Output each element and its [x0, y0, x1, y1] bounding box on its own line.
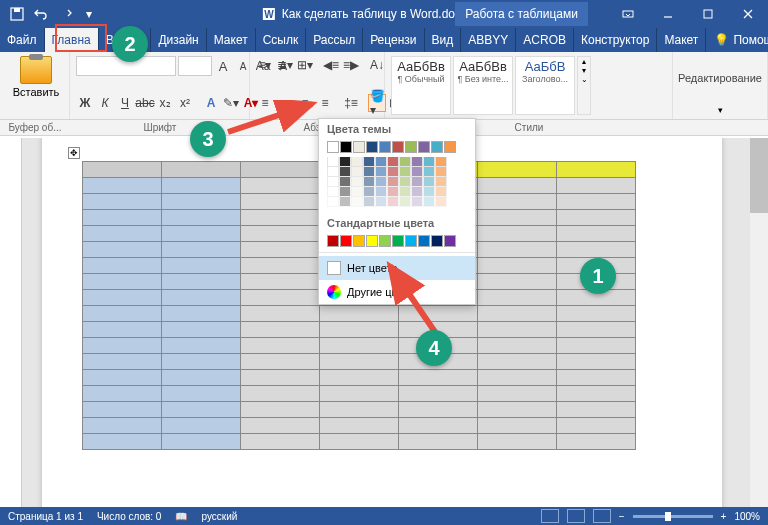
color-tint[interactable]: [375, 177, 387, 187]
page-indicator[interactable]: Страница 1 из 1: [8, 511, 83, 522]
table-cell[interactable]: [83, 210, 162, 226]
table-cell[interactable]: [320, 354, 399, 370]
color-swatch[interactable]: [353, 235, 365, 247]
color-swatch[interactable]: [366, 235, 378, 247]
table-cell[interactable]: [162, 226, 241, 242]
color-swatch[interactable]: [444, 235, 456, 247]
color-tint[interactable]: [435, 197, 447, 207]
color-swatch[interactable]: [379, 235, 391, 247]
color-tint[interactable]: [423, 187, 435, 197]
table-cell[interactable]: [83, 194, 162, 210]
color-swatch[interactable]: [379, 141, 391, 153]
web-layout-icon[interactable]: [593, 509, 611, 523]
color-tint[interactable]: [411, 187, 423, 197]
style-normal[interactable]: АаБбВв ¶ Обычный: [391, 56, 451, 115]
table-cell[interactable]: [478, 338, 557, 354]
table-cell[interactable]: [83, 178, 162, 194]
maximize-icon[interactable]: [688, 0, 728, 28]
text-effects-icon[interactable]: A: [202, 94, 220, 112]
color-tint[interactable]: [327, 187, 339, 197]
table-cell[interactable]: [241, 258, 320, 274]
table-cell[interactable]: [241, 162, 320, 178]
table-cell[interactable]: [83, 290, 162, 306]
table-cell[interactable]: [162, 210, 241, 226]
table-cell[interactable]: [241, 370, 320, 386]
color-tint[interactable]: [435, 177, 447, 187]
color-tint[interactable]: [327, 177, 339, 187]
color-tint[interactable]: [375, 187, 387, 197]
table-cell[interactable]: [83, 402, 162, 418]
table-cell[interactable]: [241, 290, 320, 306]
tab-view[interactable]: Вид: [425, 28, 462, 52]
color-tint[interactable]: [363, 157, 375, 167]
table-cell[interactable]: [399, 370, 478, 386]
table-cell[interactable]: [557, 178, 636, 194]
table-cell[interactable]: [557, 386, 636, 402]
ribbon-options-icon[interactable]: [608, 0, 648, 28]
line-spacing-icon[interactable]: ‡≡: [342, 94, 360, 112]
strikethrough-button[interactable]: abc: [136, 94, 154, 112]
editing-button[interactable]: Редактирование: [678, 72, 762, 84]
style-heading1[interactable]: АаБбВ Заголово...: [515, 56, 575, 115]
color-swatch[interactable]: [392, 141, 404, 153]
color-tint[interactable]: [399, 187, 411, 197]
color-tint[interactable]: [327, 197, 339, 207]
table-cell[interactable]: [320, 386, 399, 402]
table-cell[interactable]: [478, 418, 557, 434]
color-swatch[interactable]: [340, 235, 352, 247]
spell-check-icon[interactable]: 📖: [175, 511, 187, 522]
tab-acrobat[interactable]: ACROB: [516, 28, 574, 52]
table-cell[interactable]: [478, 386, 557, 402]
table-cell[interactable]: [162, 386, 241, 402]
table-cell[interactable]: [557, 194, 636, 210]
table-cell[interactable]: [557, 306, 636, 322]
font-size-select[interactable]: [178, 56, 212, 76]
table-move-handle[interactable]: ✥: [68, 147, 80, 159]
color-tint[interactable]: [399, 157, 411, 167]
table-cell[interactable]: [241, 354, 320, 370]
table-cell[interactable]: [320, 370, 399, 386]
color-tint[interactable]: [351, 197, 363, 207]
color-tint[interactable]: [423, 167, 435, 177]
table-cell[interactable]: [478, 290, 557, 306]
tab-review[interactable]: Рецензи: [363, 28, 424, 52]
language-indicator[interactable]: русский: [201, 511, 237, 522]
color-tint[interactable]: [399, 197, 411, 207]
color-tint[interactable]: [351, 187, 363, 197]
color-swatch[interactable]: [431, 235, 443, 247]
sort-icon[interactable]: A↓: [368, 56, 386, 74]
table-cell[interactable]: [478, 258, 557, 274]
qat-customize-icon[interactable]: ▾: [78, 3, 100, 25]
table-cell[interactable]: [478, 274, 557, 290]
color-tint[interactable]: [399, 167, 411, 177]
table-cell[interactable]: [557, 162, 636, 178]
color-tint[interactable]: [375, 197, 387, 207]
table-cell[interactable]: [162, 306, 241, 322]
table-cell[interactable]: [83, 434, 162, 450]
table-cell[interactable]: [162, 258, 241, 274]
table-cell[interactable]: [557, 226, 636, 242]
table-cell[interactable]: [399, 434, 478, 450]
table-cell[interactable]: [478, 226, 557, 242]
table-cell[interactable]: [83, 370, 162, 386]
color-tint[interactable]: [387, 187, 399, 197]
superscript-button[interactable]: x²: [176, 94, 194, 112]
color-tint[interactable]: [351, 157, 363, 167]
color-tint[interactable]: [411, 197, 423, 207]
color-tint[interactable]: [339, 167, 351, 177]
table-cell[interactable]: [478, 162, 557, 178]
underline-button[interactable]: Ч: [116, 94, 134, 112]
table-cell[interactable]: [241, 242, 320, 258]
table-cell[interactable]: [320, 418, 399, 434]
table-cell[interactable]: [83, 242, 162, 258]
table-cell[interactable]: [320, 434, 399, 450]
close-icon[interactable]: [728, 0, 768, 28]
table-cell[interactable]: [83, 258, 162, 274]
color-tint[interactable]: [363, 187, 375, 197]
table-cell[interactable]: [83, 306, 162, 322]
table-cell[interactable]: [478, 242, 557, 258]
color-tint[interactable]: [351, 177, 363, 187]
table-cell[interactable]: [241, 178, 320, 194]
italic-button[interactable]: К: [96, 94, 114, 112]
table-cell[interactable]: [162, 290, 241, 306]
